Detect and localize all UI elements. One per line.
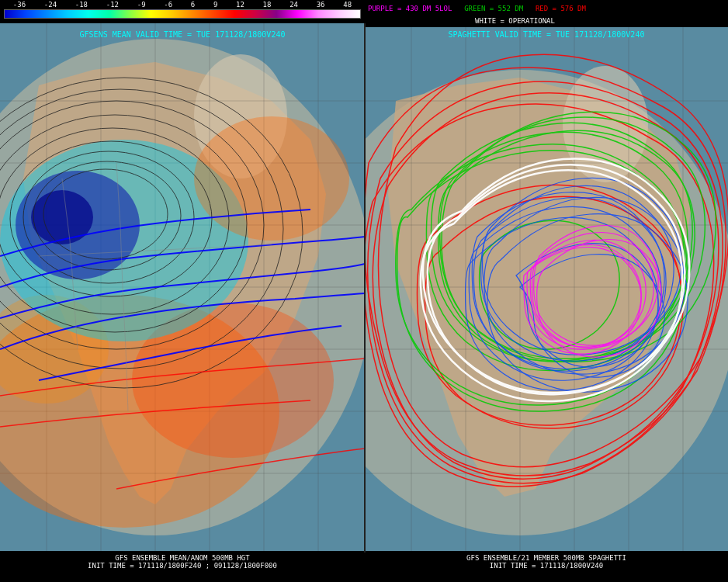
- legend-line1: PURPLE = 430 DM 5LOL GREEN = 552 DM RED …: [368, 2, 725, 13]
- cb-label-24: 24: [289, 1, 298, 9]
- right-map-svg: SPAGHETTI VALID TIME = TUE 171128/1800V2…: [365, 23, 728, 551]
- cb-label-48: 48: [343, 1, 352, 9]
- cb-label-n24: -24: [44, 1, 57, 9]
- cb-label-n6: -6: [164, 1, 172, 9]
- legend-red-text: RED = 576 DM: [536, 5, 586, 12]
- cb-label-12: 12: [236, 1, 244, 9]
- right-map-panel: SPAGHETTI VALID TIME = TUE 171128/1800V2…: [365, 23, 728, 551]
- right-bottom-label: GFS ENSEMBLE/21 MEMBER 500MB SPAGHETTI I…: [365, 553, 728, 582]
- colorbar-labels: -36 -24 -18 -12 -9 -6 6 9 12 18 24 36 48: [0, 0, 365, 9]
- svg-point-22: [31, 190, 93, 244]
- right-legend-header: PURPLE = 430 DM 5LOL GREEN = 552 DM RED …: [365, 0, 728, 27]
- legend-white-text: WHITE = OPERATIONAL: [475, 17, 555, 25]
- main-container: GFSENS MEAN VALID TIME = TUE 171128/1800…: [0, 0, 728, 582]
- legend-container: PURPLE = 430 DM 5LOL GREEN = 552 DM RED …: [368, 2, 725, 26]
- left-bottom-label: GFS ENSEMBLE MEAN/ANOM 500MB HGT INIT TI…: [0, 553, 365, 582]
- right-bottom-line1: GFS ENSEMBLE/21 MEMBER 500MB SPAGHETTI: [366, 554, 726, 562]
- cb-label-n12: -12: [106, 1, 119, 9]
- cb-label-36: 36: [317, 1, 325, 9]
- cb-label-6: 6: [191, 1, 195, 9]
- legend-purple-text: PURPLE = 430 DM 5LOL: [368, 5, 452, 12]
- svg-text:SPAGHETTI VALID TIME = TUE 171: SPAGHETTI VALID TIME = TUE 171128/1800V2…: [449, 30, 645, 39]
- left-bottom-line1: GFS ENSEMBLE MEAN/ANOM 500MB HGT: [2, 554, 363, 562]
- legend-line2: WHITE = OPERATIONAL: [368, 14, 725, 26]
- svg-point-23: [194, 116, 349, 241]
- cb-label-9: 9: [213, 1, 217, 9]
- colorbar-section: -36 -24 -18 -12 -9 -6 6 9 12 18 24 36 48: [0, 0, 365, 23]
- cb-label-n36: -36: [13, 1, 26, 9]
- legend-green-text: GREEN = 552 DM: [464, 5, 523, 12]
- svg-text:GFSENS MEAN VALID TIME = TUE 1: GFSENS MEAN VALID TIME = TUE 171128/1800…: [80, 30, 286, 39]
- right-bottom-line2: INIT TIME = 171118/1800V240: [366, 562, 726, 570]
- panel-divider: [364, 23, 366, 553]
- left-map-panel: GFSENS MEAN VALID TIME = TUE 171128/1800…: [0, 23, 365, 551]
- left-bottom-line2: INIT TIME = 171118/1800F240 ; 091128/180…: [2, 562, 363, 570]
- cb-label-18: 18: [263, 1, 272, 9]
- cb-label-n18: -18: [75, 1, 88, 9]
- colorbar-gradient: [4, 9, 361, 19]
- cb-label-n9: -9: [137, 1, 146, 9]
- left-map-svg: GFSENS MEAN VALID TIME = TUE 171128/1800…: [0, 23, 365, 551]
